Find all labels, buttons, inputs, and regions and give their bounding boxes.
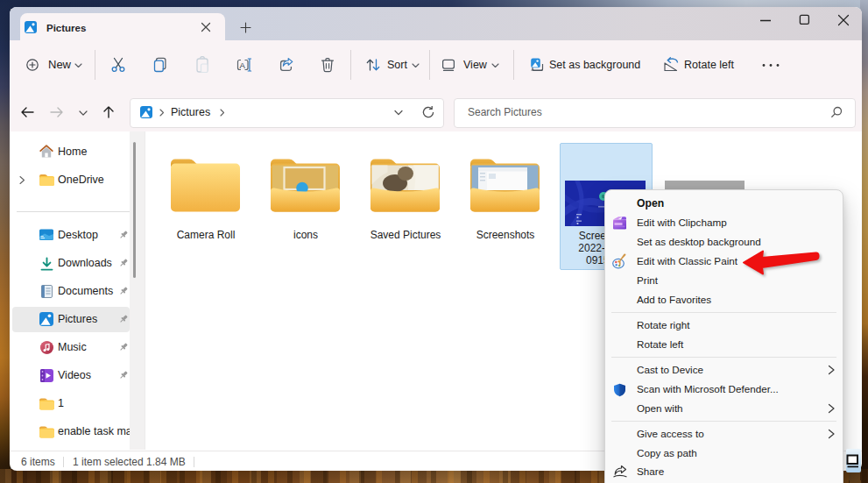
svg-text:A: A <box>240 60 246 70</box>
